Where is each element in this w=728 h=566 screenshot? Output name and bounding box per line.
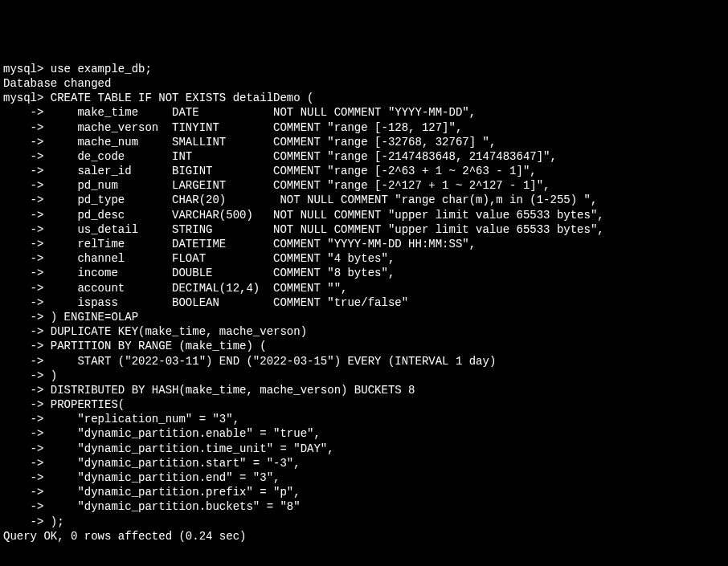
terminal-line: -> ) ENGINE=OLAP (3, 310, 725, 324)
terminal-line: -> "dynamic_partition.prefix" = "p", (3, 485, 725, 499)
terminal-line: Database changed (3, 76, 725, 91)
terminal-line: mysql> CREATE TABLE IF NOT EXISTS detail… (3, 91, 725, 105)
terminal-output: mysql> use example_db;Database changedmy… (3, 62, 725, 544)
terminal-line: Query OK, 0 rows affected (0.24 sec) (3, 529, 725, 544)
terminal-line: -> income DOUBLE COMMENT "8 bytes", (3, 266, 725, 280)
terminal-line: -> "dynamic_partition.start" = "-3", (3, 456, 725, 470)
terminal-line: -> "dynamic_partition.time_unit" = "DAY"… (3, 442, 725, 456)
terminal-line: -> DUPLICATE KEY(make_time, mache_verson… (3, 324, 725, 339)
terminal-line: -> ); (3, 515, 725, 529)
terminal-line: -> "replication_num" = "3", (3, 412, 725, 426)
terminal-line: mysql> use example_db; (3, 62, 725, 76)
terminal-line: -> DISTRIBUTED BY HASH(make_time, mache_… (3, 383, 725, 397)
terminal-line: -> de_code INT COMMENT "range [-21474836… (3, 149, 725, 164)
terminal-line: -> "dynamic_partition.buckets" = "8" (3, 499, 725, 514)
terminal-line: -> pd_num LARGEINT COMMENT "range [-2^12… (3, 178, 725, 193)
terminal-line: -> ispass BOOLEAN COMMENT "true/false" (3, 295, 725, 310)
terminal-line: -> "dynamic_partition.end" = "3", (3, 470, 725, 485)
terminal-line: -> mache_verson TINYINT COMMENT "range [… (3, 120, 725, 135)
terminal-line: -> make_time DATE NOT NULL COMMENT "YYYY… (3, 105, 725, 120)
terminal-line: -> relTime DATETIME COMMENT "YYYY-MM-DD … (3, 237, 725, 251)
terminal-line: -> PARTITION BY RANGE (make_time) ( (3, 339, 725, 353)
terminal-line: -> "dynamic_partition.enable" = "true", (3, 426, 725, 441)
terminal-line: -> pd_desc VARCHAR(500) NOT NULL COMMENT… (3, 208, 725, 222)
terminal-line: -> mache_num SMALLINT COMMENT "range [-3… (3, 135, 725, 149)
terminal-line: -> PROPERTIES( (3, 397, 725, 412)
terminal-line: -> START ("2022-03-11") END ("2022-03-15… (3, 354, 725, 369)
terminal-line: -> channel FLOAT COMMENT "4 bytes", (3, 251, 725, 266)
terminal-line: -> saler_id BIGINT COMMENT "range [-2^63… (3, 164, 725, 178)
terminal-line: -> pd_type CHAR(20) NOT NULL COMMENT "ra… (3, 193, 725, 207)
terminal-line: -> us_detail STRING NOT NULL COMMENT "up… (3, 222, 725, 237)
terminal-line: -> account DECIMAL(12,4) COMMENT "", (3, 281, 725, 295)
terminal-line: -> ) (3, 369, 725, 383)
